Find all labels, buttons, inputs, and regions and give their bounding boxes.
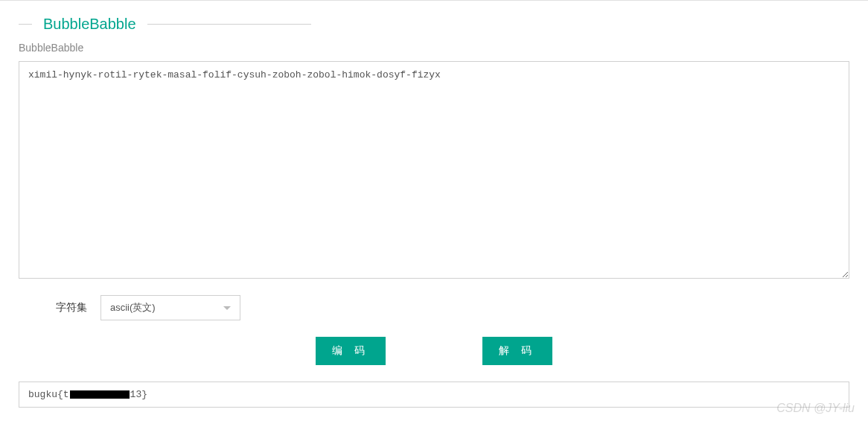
redacted-block	[70, 390, 130, 399]
page-title: BubbleBabble	[43, 16, 136, 33]
main-container: BubbleBabble BubbleBabble 字符集 ascii(英文) …	[0, 1, 868, 408]
chevron-down-icon	[223, 306, 231, 310]
charset-label: 字符集	[56, 301, 87, 314]
button-row: 编 码 解 码	[19, 337, 849, 365]
encode-button[interactable]: 编 码	[316, 337, 386, 365]
charset-select[interactable]: ascii(英文)	[100, 295, 240, 320]
output-prefix: bugku{t	[28, 389, 69, 400]
page-subtitle: BubbleBabble	[19, 42, 849, 54]
title-divider-left	[19, 24, 32, 25]
title-divider-right	[147, 24, 311, 25]
charset-row: 字符集 ascii(英文)	[56, 295, 849, 320]
title-row: BubbleBabble	[19, 16, 849, 33]
charset-selected-value: ascii(英文)	[110, 301, 156, 314]
decode-button[interactable]: 解 码	[482, 337, 552, 365]
output-suffix: 13}	[130, 389, 147, 400]
output-box[interactable]: bugku{t13}	[19, 382, 849, 408]
input-textarea[interactable]	[19, 61, 849, 279]
